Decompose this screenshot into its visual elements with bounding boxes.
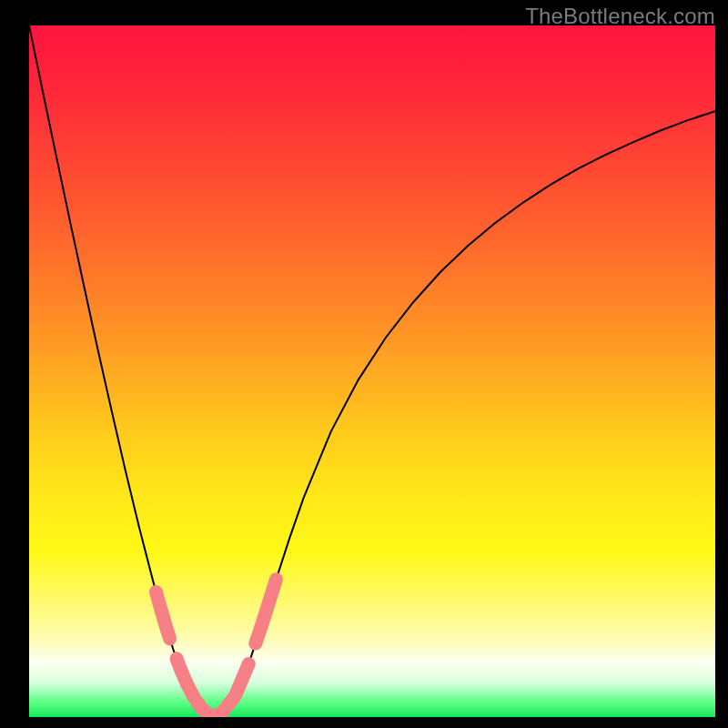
highlight-segment (177, 659, 194, 697)
plot-area (29, 25, 715, 717)
highlight-segment (256, 580, 277, 643)
highlight-segment (156, 592, 169, 638)
main-curve (29, 25, 715, 716)
highlight-segment (197, 703, 225, 716)
watermark-text: TheBottleneck.com (525, 4, 715, 29)
chart-frame: TheBottleneck.com (0, 0, 728, 728)
curve-svg (29, 25, 715, 717)
highlight-segment (228, 663, 249, 704)
